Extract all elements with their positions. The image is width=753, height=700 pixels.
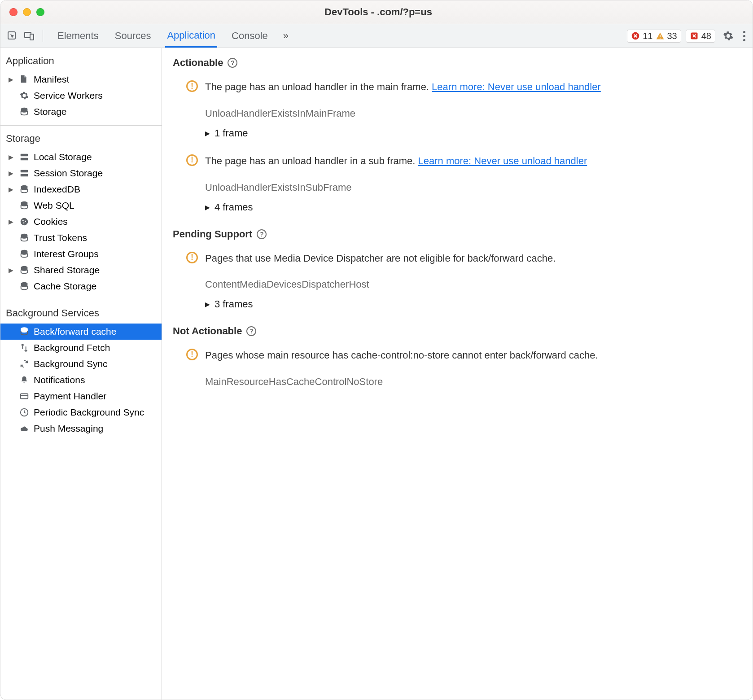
sidebar-section-application: Application — [0, 48, 162, 70]
traffic-lights — [9, 8, 44, 16]
sidebar-item-background-sync[interactable]: ▶Background Sync — [0, 356, 162, 372]
tab-sources[interactable]: Sources — [113, 24, 153, 48]
gear-icon — [19, 91, 29, 101]
issue-row: Pages that use Media Device Dispatcher a… — [186, 252, 742, 266]
issue-text: Pages whose main resource has cache-cont… — [205, 349, 598, 363]
device-toggle-icon[interactable] — [23, 30, 35, 42]
frames-label: 1 frame — [215, 127, 248, 139]
frames-toggle[interactable]: ▶1 frame — [205, 127, 742, 139]
sidebar-item-trust-tokens[interactable]: ▶Trust Tokens — [0, 230, 162, 246]
inspect-icon[interactable] — [6, 30, 18, 42]
sidebar-item-label: Service Workers — [34, 90, 103, 101]
learn-more-link[interactable]: Learn more: Never use unload handler — [432, 81, 601, 92]
frames-toggle[interactable]: ▶3 frames — [205, 298, 742, 310]
sidebar-item-service-workers[interactable]: ▶Service Workers — [0, 88, 162, 104]
sidebar-section-storage: Storage — [0, 126, 162, 148]
table-icon — [19, 152, 29, 162]
database-icon — [19, 249, 29, 259]
issue-text: The page has an unload handler in a sub … — [205, 154, 587, 168]
warning-circle-icon — [186, 252, 198, 263]
learn-more-link[interactable]: Learn more: Never use unload handler — [418, 155, 587, 166]
close-window-button[interactable] — [9, 8, 18, 16]
error-count: 11 — [643, 31, 652, 41]
sidebar-item-bfcache[interactable]: ▶Back/forward cache — [0, 324, 162, 340]
issue-code: UnloadHandlerExistsInSubFrame — [205, 182, 742, 193]
sidebar-item-background-fetch[interactable]: ▶Background Fetch — [0, 340, 162, 356]
maximize-window-button[interactable] — [36, 8, 44, 16]
sidebar-item-label: Local Storage — [34, 152, 92, 162]
help-icon[interactable]: ? — [246, 326, 256, 336]
sidebar-item-notifications[interactable]: ▶Notifications — [0, 372, 162, 388]
issue-row: The page has an unload handler in the ma… — [186, 80, 742, 94]
help-icon[interactable]: ? — [228, 58, 237, 68]
issue-row: The page has an unload handler in a sub … — [186, 154, 742, 168]
section-heading: Not Actionable? — [173, 325, 742, 337]
database-icon — [19, 107, 29, 117]
more-menu-icon[interactable] — [743, 31, 745, 41]
sidebar-item-cookies[interactable]: ▶Cookies — [0, 214, 162, 230]
expand-icon[interactable]: ▶ — [9, 170, 15, 177]
section-heading-text: Pending Support — [173, 228, 252, 240]
sidebar-item-storage[interactable]: ▶Storage — [0, 104, 162, 120]
frames-toggle[interactable]: ▶4 frames — [205, 201, 742, 213]
issue-code: UnloadHandlerExistsInMainFrame — [205, 108, 742, 119]
sidebar-item-local-storage[interactable]: ▶Local Storage — [0, 149, 162, 165]
issues-badge[interactable]: 48 — [686, 30, 715, 43]
sidebar-item-label: Session Storage — [34, 168, 103, 179]
sidebar-item-label: Periodic Background Sync — [34, 407, 144, 418]
cookie-icon — [19, 217, 29, 227]
sidebar-item-payment-handler[interactable]: ▶Payment Handler — [0, 388, 162, 404]
expand-icon: ▶ — [205, 130, 210, 137]
sidebar-item-push-messaging[interactable]: ▶Push Messaging — [0, 420, 162, 437]
warning-circle-icon — [186, 154, 198, 166]
issue-row: Pages whose main resource has cache-cont… — [186, 349, 742, 363]
sidebar-item-label: Shared Storage — [34, 265, 100, 276]
sidebar-item-session-storage[interactable]: ▶Session Storage — [0, 165, 162, 181]
sidebar-item-label: Manifest — [34, 74, 69, 85]
sidebar-item-indexeddb[interactable]: ▶IndexedDB — [0, 181, 162, 197]
issues-icon — [690, 31, 699, 40]
file-icon — [19, 74, 29, 84]
card-icon — [19, 391, 29, 401]
database-icon — [19, 184, 29, 194]
sidebar-item-periodic-bg-sync[interactable]: ▶Periodic Background Sync — [0, 404, 162, 420]
tab-console[interactable]: Console — [230, 24, 270, 48]
sidebar-item-label: Notifications — [34, 375, 85, 385]
warning-circle-icon — [186, 80, 198, 92]
sidebar-item-shared-storage[interactable]: ▶Shared Storage — [0, 262, 162, 278]
issue-code: MainResourceHasCacheControlNoStore — [205, 376, 742, 388]
expand-icon[interactable]: ▶ — [9, 153, 15, 161]
sidebar-item-label: Push Messaging — [34, 423, 103, 434]
sidebar-item-manifest[interactable]: ▶Manifest — [0, 71, 162, 88]
bell-icon — [19, 375, 29, 385]
expand-icon: ▶ — [205, 204, 210, 211]
database-icon — [19, 327, 29, 337]
console-status-badge[interactable]: 11 33 — [627, 30, 681, 43]
content-panel: Actionable?The page has an unload handle… — [162, 48, 753, 700]
sidebar-item-cache-storage[interactable]: ▶Cache Storage — [0, 278, 162, 294]
minimize-window-button[interactable] — [23, 8, 31, 16]
expand-icon[interactable]: ▶ — [9, 267, 15, 274]
settings-icon[interactable] — [722, 30, 734, 42]
expand-icon[interactable]: ▶ — [9, 186, 15, 193]
expand-icon[interactable]: ▶ — [9, 218, 15, 225]
help-icon[interactable]: ? — [257, 229, 267, 239]
sidebar-item-label: Trust Tokens — [34, 232, 87, 243]
sidebar-item-web-sql[interactable]: ▶Web SQL — [0, 197, 162, 214]
tab-elements[interactable]: Elements — [56, 24, 101, 48]
main-split: Application▶Manifest▶Service Workers▶Sto… — [0, 48, 753, 700]
toolbar: ElementsSourcesApplicationConsole » 11 3… — [0, 24, 753, 48]
more-tabs-icon[interactable]: » — [283, 30, 289, 42]
sidebar-item-label: Cache Storage — [34, 281, 96, 292]
updown-icon — [19, 343, 29, 353]
tab-application[interactable]: Application — [165, 24, 217, 48]
error-icon — [631, 31, 640, 40]
issue-text: The page has an unload handler in the ma… — [205, 80, 601, 94]
sync-icon — [19, 359, 29, 369]
expand-icon[interactable]: ▶ — [9, 76, 15, 83]
issues-count: 48 — [701, 31, 711, 41]
sidebar-item-interest-groups[interactable]: ▶Interest Groups — [0, 246, 162, 262]
database-icon — [19, 281, 29, 291]
database-icon — [19, 201, 29, 210]
warning-circle-icon — [186, 349, 198, 360]
